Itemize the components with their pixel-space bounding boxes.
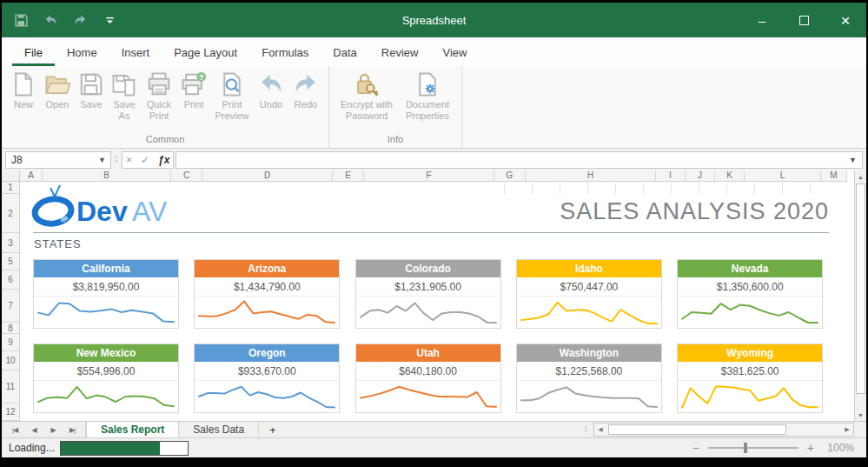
scroll-right-icon[interactable]: ▶ xyxy=(841,424,853,436)
zoom-control: − + 100% xyxy=(692,441,866,455)
redo-icon[interactable] xyxy=(71,11,89,29)
column-header-K[interactable]: K xyxy=(715,170,745,182)
row-header-5[interactable]: 5 xyxy=(2,253,20,270)
state-card-nevada[interactable]: Nevada$1,350,600.00 xyxy=(677,259,823,329)
tab-scroll-splitter[interactable]: ⁞ xyxy=(585,422,593,437)
svg-text:?: ? xyxy=(199,73,204,82)
row-header-12[interactable]: 12 xyxy=(2,404,20,421)
state-card-title: Wyoming xyxy=(678,344,822,362)
spreadsheet-grid[interactable]: ABCDEFGHIJKLM 12356789101112 Dev AV SALE… xyxy=(2,170,866,421)
state-card-california[interactable]: California$3,819,950.00 xyxy=(33,259,179,329)
state-card-colorado[interactable]: Colorado$1,231,905.00 xyxy=(355,259,501,329)
horizontal-scrollbar-thumb[interactable] xyxy=(608,424,786,435)
scroll-left-icon[interactable]: ◀ xyxy=(594,424,606,436)
column-header-L[interactable]: L xyxy=(745,170,821,182)
column-header-A[interactable]: A xyxy=(20,170,43,182)
column-header-G[interactable]: G xyxy=(494,170,526,182)
row-header-2[interactable]: 2 xyxy=(2,194,20,233)
column-header-B[interactable]: B xyxy=(43,170,171,182)
minimize-button[interactable]: – xyxy=(741,3,783,37)
horizontal-scrollbar[interactable]: ◀ ▶ xyxy=(593,423,854,437)
ribbon-tab-review[interactable]: Review xyxy=(369,40,431,66)
zoom-out-button[interactable]: − xyxy=(692,441,699,455)
maximize-button[interactable] xyxy=(783,3,825,37)
state-card-idaho[interactable]: Idaho$750,447.00 xyxy=(516,259,662,329)
add-sheet-button[interactable]: + xyxy=(259,422,287,437)
name-box[interactable]: J8 ▼ xyxy=(5,151,111,169)
row-header-7[interactable]: 7 xyxy=(2,290,20,323)
undo-button[interactable]: Undo xyxy=(254,70,288,112)
ribbon-button-label: Print xyxy=(184,99,204,110)
save-as-button[interactable]: Save As xyxy=(108,70,141,123)
state-card-new-mexico[interactable]: New Mexico$554,996.00 xyxy=(33,344,179,413)
state-card-washington[interactable]: Washington$1,225,568.00 xyxy=(516,344,662,413)
sparkline-chart xyxy=(356,297,500,328)
close-button[interactable]: × xyxy=(825,3,866,37)
formula-bar-splitter[interactable]: ⁞ xyxy=(113,158,120,162)
formula-bar-expand-icon[interactable]: ▼ xyxy=(849,156,862,164)
sheet-tab-sales-report[interactable]: Sales Report xyxy=(86,422,179,437)
print-preview-button[interactable]: Print Preview xyxy=(210,70,254,123)
undo-icon[interactable] xyxy=(42,11,59,29)
state-card-arizona[interactable]: Arizona$1,434,790.00 xyxy=(194,259,340,329)
column-header-F[interactable]: F xyxy=(364,170,494,182)
row-header-10[interactable]: 10 xyxy=(2,351,20,370)
row-header-8[interactable]: 8 xyxy=(2,323,20,334)
quick-print-button[interactable]: Quick Print xyxy=(141,70,177,123)
next-sheet-icon[interactable]: ▶ xyxy=(43,426,63,434)
state-card-value: $933,670.00 xyxy=(195,362,339,381)
cancel-formula-icon[interactable]: × xyxy=(126,154,132,166)
formula-input[interactable]: ▼ xyxy=(176,151,863,169)
insert-function-icon[interactable]: ƒx xyxy=(158,154,169,166)
column-header-M[interactable]: M xyxy=(821,170,847,182)
row-header-9[interactable]: 9 xyxy=(2,334,20,351)
save-icon[interactable] xyxy=(12,11,30,29)
customize-qat-icon[interactable] xyxy=(101,11,118,29)
ribbon-tab-data[interactable]: Data xyxy=(321,40,368,66)
column-header-I[interactable]: I xyxy=(656,170,686,182)
last-sheet-icon[interactable]: ▶| xyxy=(63,426,82,434)
row-header-1[interactable]: 1 xyxy=(2,182,20,194)
ribbon-tab-home[interactable]: Home xyxy=(55,40,109,66)
state-card-wyoming[interactable]: Wyoming$381,625.00 xyxy=(677,344,823,413)
enter-formula-icon[interactable]: ✓ xyxy=(141,154,149,166)
gridline xyxy=(504,183,505,194)
scroll-down-icon[interactable]: ▼ xyxy=(855,409,866,421)
redo-icon xyxy=(293,71,319,97)
state-card-oregon[interactable]: Oregon$933,670.00 xyxy=(194,344,340,413)
ribbon-tab-formulas[interactable]: Formulas xyxy=(249,40,321,66)
column-header-E[interactable]: E xyxy=(333,170,364,182)
zoom-slider-thumb[interactable] xyxy=(744,443,747,453)
scroll-up-icon[interactable]: ▲ xyxy=(855,170,866,183)
sheet-tab-sales-data[interactable]: Sales Data xyxy=(179,422,259,437)
encrypt-with-password-button[interactable]: Encrypt with Password xyxy=(335,70,399,123)
ribbon-tab-view[interactable]: View xyxy=(430,40,479,66)
ribbon-tab-insert[interactable]: Insert xyxy=(109,40,162,66)
first-sheet-icon[interactable]: |◀ xyxy=(5,426,24,434)
ribbon-tab-bar: FileHomeInsertPage LayoutFormulasDataRev… xyxy=(2,37,866,66)
vertical-scrollbar[interactable]: ▲ ▼ xyxy=(854,170,866,421)
zoom-slider[interactable] xyxy=(708,447,798,449)
select-all-corner[interactable] xyxy=(2,170,20,182)
zoom-in-button[interactable]: + xyxy=(807,441,814,455)
column-header-J[interactable]: J xyxy=(686,170,715,182)
row-header-6[interactable]: 6 xyxy=(2,270,20,290)
report-title: SALES ANALYSIS 2020 xyxy=(436,198,829,225)
column-header-C[interactable]: C xyxy=(171,170,202,182)
new-button[interactable]: New xyxy=(7,70,40,112)
ribbon-tab-file[interactable]: File xyxy=(12,40,55,66)
column-header-H[interactable]: H xyxy=(526,170,656,182)
column-header-D[interactable]: D xyxy=(202,170,333,182)
previous-sheet-icon[interactable]: ◀ xyxy=(24,426,43,434)
name-box-dropdown-icon[interactable]: ▼ xyxy=(98,156,110,164)
row-header-3[interactable]: 3 xyxy=(2,233,20,253)
save-button[interactable]: Save xyxy=(75,70,108,112)
vertical-scrollbar-thumb[interactable] xyxy=(856,183,865,394)
print-button[interactable]: ?Print xyxy=(177,70,210,112)
document-properties-button[interactable]: Document Properties xyxy=(399,70,456,123)
row-header-11[interactable]: 11 xyxy=(2,370,20,404)
ribbon-tab-page-layout[interactable]: Page Layout xyxy=(162,40,249,66)
open-button[interactable]: Open xyxy=(40,70,75,112)
redo-button[interactable]: Redo xyxy=(288,70,323,112)
state-card-utah[interactable]: Utah$640,180.00 xyxy=(355,344,501,413)
